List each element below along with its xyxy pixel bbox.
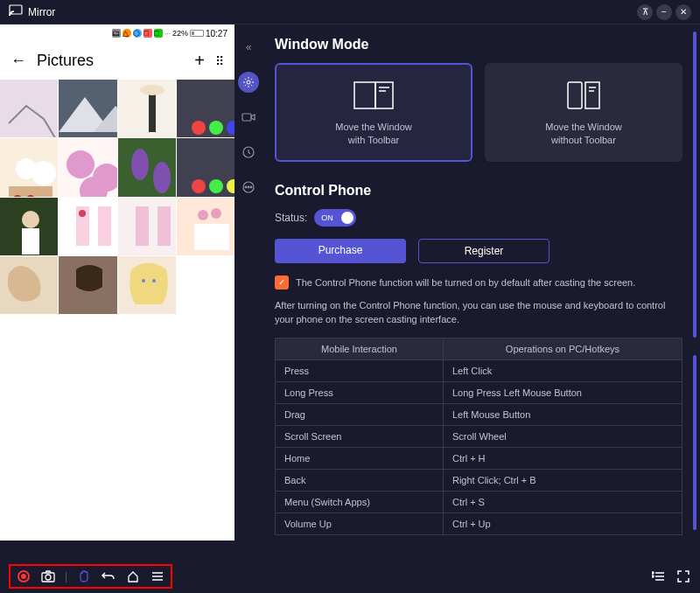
control-phone-toggle[interactable]: ON	[314, 209, 356, 227]
svg-rect-8	[177, 80, 234, 137]
purchase-button[interactable]: Purchase	[275, 239, 406, 263]
menu-icon[interactable]	[150, 569, 165, 584]
svg-point-23	[131, 149, 149, 180]
record-button[interactable]	[16, 569, 32, 584]
svg-point-45	[152, 279, 156, 283]
hand-icon[interactable]	[76, 569, 92, 584]
svg-point-70	[652, 576, 654, 577]
status-label: Status:	[275, 212, 307, 224]
scrollbar-top[interactable]	[693, 31, 696, 338]
gallery-thumb[interactable]	[0, 80, 58, 137]
undo-icon[interactable]	[101, 569, 116, 584]
history-icon[interactable]	[238, 142, 259, 163]
gallery-thumb[interactable]	[118, 198, 176, 255]
table-row: DragLeft Mouse Button	[276, 403, 682, 425]
gallery-thumb[interactable]	[59, 198, 116, 255]
svg-point-52	[250, 186, 252, 188]
table-row: Long PressLong Press Left Mouse Button	[276, 381, 682, 403]
toggle-knob	[341, 212, 354, 224]
table-header-2: Operations on PC/Hotkeys	[443, 338, 682, 359]
bottom-right-controls	[651, 569, 691, 584]
svg-point-27	[209, 179, 223, 193]
gallery-thumb[interactable]	[118, 138, 176, 196]
svg-point-19	[66, 150, 94, 178]
photo-gallery	[0, 80, 234, 314]
more-icon[interactable]	[238, 177, 259, 198]
scrollbar-bottom[interactable]	[693, 355, 696, 530]
svg-rect-31	[22, 228, 39, 255]
svg-point-44	[142, 279, 145, 283]
default-on-checkbox-row: ✓ The Control Phone function will be tur…	[275, 276, 682, 290]
fullscreen-icon[interactable]	[676, 569, 691, 584]
svg-point-26	[192, 179, 206, 193]
gallery-thumb[interactable]	[177, 198, 234, 255]
svg-point-33	[79, 210, 86, 217]
home-icon[interactable]	[125, 569, 141, 584]
gallery-thumb[interactable]	[177, 80, 234, 137]
phone-page-title: Pictures	[37, 52, 94, 70]
window-mode-heading: Window Mode	[275, 37, 682, 52]
gallery-thumb[interactable]	[177, 138, 234, 196]
svg-point-69	[652, 572, 654, 574]
default-on-checkbox[interactable]: ✓	[275, 276, 289, 290]
table-row: HomeCtrl + H	[276, 447, 682, 469]
minimize-button[interactable]: −	[656, 4, 672, 20]
gallery-thumb[interactable]	[59, 80, 116, 137]
gallery-thumb[interactable]	[59, 138, 116, 196]
cast-icon	[9, 4, 23, 19]
gallery-thumb[interactable]	[118, 256, 176, 314]
svg-point-9	[192, 121, 206, 135]
collapse-icon[interactable]: «	[238, 37, 259, 58]
window-notoolbar-icon	[495, 77, 672, 114]
svg-rect-47	[242, 114, 251, 121]
bottom-left-controls: |	[9, 564, 172, 589]
control-phone-heading: Control Phone	[275, 183, 682, 199]
svg-point-62	[46, 575, 51, 580]
svg-rect-36	[194, 224, 229, 250]
hotkeys-table: Mobile Interaction Operations on PC/Hotk…	[275, 338, 682, 535]
phone-mirror-panel: 🗂 △ ⬡ □ □ ··· 22% 10:27 ← Pictures + ⠿	[0, 24, 234, 541]
svg-point-50	[245, 186, 247, 188]
mode-with-toolbar[interactable]: Move the Windowwith Toolbar	[275, 63, 472, 162]
mode-without-toolbar[interactable]: Move the Windowwithout Toolbar	[485, 63, 682, 162]
gallery-thumb[interactable]	[0, 198, 58, 255]
gallery-thumb[interactable]	[0, 138, 58, 196]
register-button[interactable]: Register	[418, 239, 550, 263]
titlebar-controls: ⊼ − ✕	[637, 4, 691, 20]
svg-rect-15	[9, 186, 52, 196]
camera-icon[interactable]	[40, 569, 56, 584]
table-row: Menu (Switch Apps)Ctrl + S	[276, 491, 682, 513]
grid-icon[interactable]: ⠿	[215, 54, 224, 68]
action-buttons: Purchase Register	[275, 239, 682, 263]
svg-rect-58	[585, 82, 599, 108]
close-button[interactable]: ✕	[676, 4, 691, 20]
add-icon[interactable]: +	[194, 51, 205, 71]
checkbox-label: The Control Phone function will be turne…	[296, 277, 635, 288]
bottom-bar: |	[0, 560, 700, 593]
table-header-1: Mobile Interaction	[276, 338, 444, 359]
svg-point-51	[248, 186, 249, 188]
svg-point-37	[198, 210, 208, 220]
svg-point-30	[22, 211, 39, 228]
table-row: PressLeft Click	[276, 359, 682, 381]
table-row: Scroll ScreenScroll Wheel	[276, 425, 682, 447]
svg-rect-57	[568, 82, 582, 108]
gallery-thumb[interactable]	[118, 80, 176, 137]
description-text: After turning on the Control Phone funct…	[275, 298, 682, 327]
side-toolbar: «	[234, 24, 262, 541]
gallery-thumb[interactable]	[0, 256, 58, 314]
phone-header: ← Pictures + ⠿	[0, 42, 234, 80]
svg-point-7	[140, 85, 164, 95]
back-arrow-icon[interactable]: ←	[10, 52, 26, 70]
window-mode-options: Move the Windowwith Toolbar Move the Win…	[275, 63, 682, 162]
record-icon[interactable]	[238, 107, 259, 128]
settings-icon[interactable]	[238, 72, 259, 93]
table-row: BackRight Click; Ctrl + B	[276, 469, 682, 491]
battery-text: 22%	[172, 29, 188, 38]
svg-rect-25	[177, 138, 234, 196]
svg-point-24	[153, 162, 171, 193]
titlebar-left: Mirror	[9, 4, 55, 19]
pin-button[interactable]: ⊼	[637, 4, 653, 20]
list-icon[interactable]	[651, 569, 667, 584]
gallery-thumb[interactable]	[59, 256, 116, 314]
